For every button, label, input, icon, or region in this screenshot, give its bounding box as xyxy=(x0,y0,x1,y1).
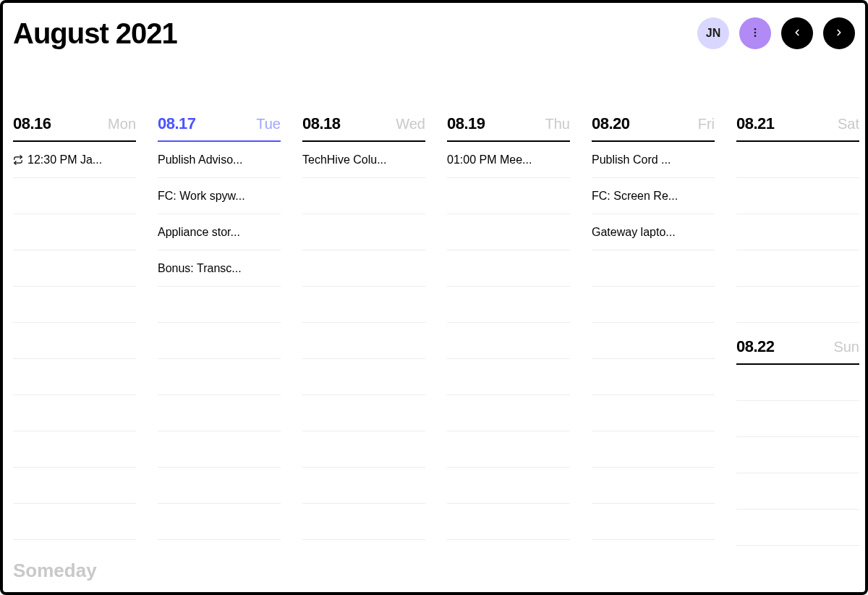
day-header[interactable]: 08.18 Wed xyxy=(302,114,425,142)
task-row[interactable] xyxy=(158,504,281,540)
task-row[interactable] xyxy=(447,214,570,250)
task-row[interactable] xyxy=(302,395,425,431)
more-vertical-icon xyxy=(749,27,761,41)
recurring-icon xyxy=(13,155,23,165)
task-row[interactable]: 01:00 PM Mee... xyxy=(447,142,570,178)
task-row[interactable] xyxy=(447,504,570,540)
task-row[interactable] xyxy=(736,287,859,323)
task-row[interactable] xyxy=(13,178,136,214)
svg-point-2 xyxy=(754,35,757,37)
day-column-thu: 08.19 Thu 01:00 PM Mee... xyxy=(447,114,570,563)
task-row[interactable] xyxy=(736,250,859,287)
task-row[interactable] xyxy=(158,468,281,504)
day-block-sun: 08.22 Sun xyxy=(736,337,859,546)
task-text: 01:00 PM Mee... xyxy=(447,153,570,166)
chevron-left-icon xyxy=(792,28,802,40)
task-row[interactable] xyxy=(447,359,570,395)
task-row[interactable] xyxy=(13,431,136,468)
task-row[interactable] xyxy=(302,504,425,540)
task-text: Gateway lapto... xyxy=(592,226,715,239)
task-row[interactable] xyxy=(158,359,281,395)
day-date: 08.22 xyxy=(736,337,775,356)
day-date: 08.21 xyxy=(736,114,775,133)
task-row[interactable] xyxy=(592,431,715,468)
day-header[interactable]: 08.17 Tue xyxy=(158,114,281,142)
task-row[interactable] xyxy=(302,431,425,468)
task-row[interactable] xyxy=(736,214,859,250)
task-row[interactable]: Publish Cord ... xyxy=(592,142,715,178)
task-row[interactable] xyxy=(13,395,136,431)
task-row[interactable] xyxy=(447,287,570,323)
day-header[interactable]: 08.20 Fri xyxy=(592,114,715,142)
task-text: 12:30 PM Ja... xyxy=(27,153,136,166)
task-rows: TechHive Colu... xyxy=(302,142,425,540)
task-row[interactable] xyxy=(592,323,715,359)
task-row[interactable] xyxy=(592,359,715,395)
task-row[interactable] xyxy=(447,468,570,504)
task-row[interactable] xyxy=(13,214,136,250)
day-header[interactable]: 08.21 Sat xyxy=(736,114,859,142)
task-row[interactable]: Publish Adviso... xyxy=(158,142,281,178)
next-week-button[interactable] xyxy=(823,17,855,49)
someday-section-label[interactable]: Someday xyxy=(13,560,97,582)
task-row[interactable] xyxy=(736,365,859,401)
more-menu-button[interactable] xyxy=(739,17,771,49)
task-row[interactable] xyxy=(592,504,715,540)
task-row[interactable]: FC: Screen Re... xyxy=(592,178,715,214)
task-row[interactable]: Gateway lapto... xyxy=(592,214,715,250)
task-row[interactable] xyxy=(13,504,136,540)
task-row[interactable]: 12:30 PM Ja... xyxy=(13,142,136,178)
day-header[interactable]: 08.22 Sun xyxy=(736,337,859,365)
task-row[interactable] xyxy=(302,178,425,214)
task-text: TechHive Colu... xyxy=(302,153,425,166)
day-date: 08.17 xyxy=(158,114,196,133)
task-row[interactable] xyxy=(736,142,859,178)
task-row[interactable] xyxy=(447,178,570,214)
task-row[interactable] xyxy=(13,287,136,323)
task-row[interactable] xyxy=(736,510,859,546)
header-actions: JN xyxy=(697,17,855,49)
task-row[interactable] xyxy=(447,395,570,431)
task-row[interactable] xyxy=(736,178,859,214)
task-rows: Publish Cord ...FC: Screen Re...Gateway … xyxy=(592,142,715,540)
task-row[interactable] xyxy=(302,214,425,250)
day-header[interactable]: 08.16 Mon xyxy=(13,114,136,142)
task-row[interactable] xyxy=(592,250,715,287)
svg-point-0 xyxy=(754,28,757,30)
task-row[interactable] xyxy=(13,250,136,287)
task-row[interactable] xyxy=(302,468,425,504)
day-block-sat: 08.21 Sat xyxy=(736,114,859,323)
task-row[interactable]: FC: Work spyw... xyxy=(158,178,281,214)
user-avatar[interactable]: JN xyxy=(697,17,729,49)
task-row[interactable] xyxy=(302,359,425,395)
task-row[interactable] xyxy=(302,287,425,323)
task-row[interactable] xyxy=(158,431,281,468)
task-row[interactable]: Appliance stor... xyxy=(158,214,281,250)
task-row[interactable]: Bonus: Transc... xyxy=(158,250,281,287)
task-row[interactable] xyxy=(736,401,859,437)
task-row[interactable] xyxy=(302,250,425,287)
task-row[interactable] xyxy=(736,473,859,510)
task-row[interactable] xyxy=(13,468,136,504)
task-row[interactable]: TechHive Colu... xyxy=(302,142,425,178)
day-of-week: Wed xyxy=(396,116,425,132)
task-row[interactable] xyxy=(158,395,281,431)
day-of-week: Fri xyxy=(698,116,715,132)
prev-week-button[interactable] xyxy=(781,17,813,49)
task-row[interactable] xyxy=(158,287,281,323)
day-of-week: Sat xyxy=(838,116,859,132)
task-row[interactable] xyxy=(302,323,425,359)
day-header[interactable]: 08.19 Thu xyxy=(447,114,570,142)
task-row[interactable] xyxy=(592,395,715,431)
day-of-week: Sun xyxy=(833,339,859,355)
task-row[interactable] xyxy=(13,323,136,359)
task-row[interactable] xyxy=(447,250,570,287)
task-row[interactable] xyxy=(736,437,859,473)
task-row[interactable] xyxy=(447,431,570,468)
task-row[interactable] xyxy=(158,323,281,359)
task-row[interactable] xyxy=(13,359,136,395)
task-row[interactable] xyxy=(592,468,715,504)
task-row[interactable] xyxy=(592,287,715,323)
task-row[interactable] xyxy=(447,323,570,359)
day-date: 08.18 xyxy=(302,114,341,133)
